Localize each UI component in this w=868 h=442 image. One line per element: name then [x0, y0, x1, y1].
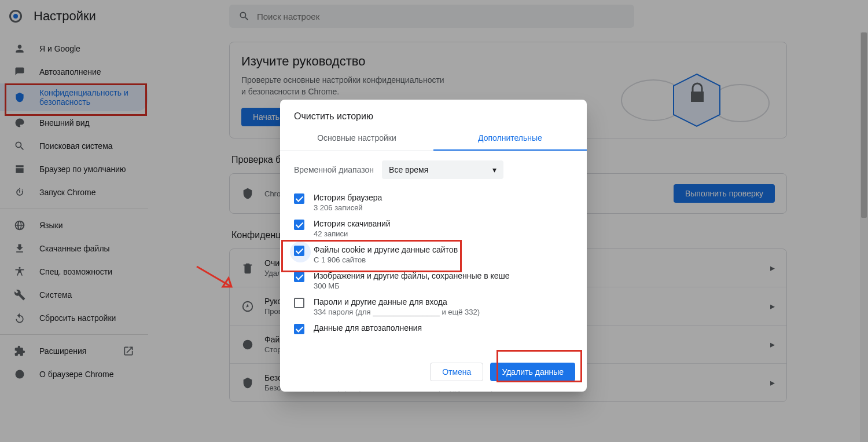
dialog-tabs: Основные настройки Дополнительные: [280, 126, 587, 151]
select-value: Все время: [389, 165, 428, 174]
option-title: Пароли и другие данные для входа: [314, 297, 480, 306]
checkbox[interactable]: [294, 246, 304, 256]
annotation-arrow: [194, 264, 246, 298]
checkbox[interactable]: [294, 324, 304, 334]
time-range-select[interactable]: Все время▾: [382, 160, 503, 179]
dialog-title: Очистить историю: [280, 100, 587, 126]
dialog-body: Временной диапазон Все время▾ История бр…: [280, 151, 587, 355]
option-cached-images[interactable]: Изображения и другие файлы, сохраненные …: [294, 268, 573, 294]
option-sub: 3 206 записей: [314, 203, 382, 212]
option-cookies[interactable]: Файлы cookie и другие данные сайтовС 1 9…: [294, 242, 573, 268]
option-sub: 42 записи: [314, 229, 391, 238]
option-passwords[interactable]: Пароли и другие данные для входа334 паро…: [294, 294, 573, 320]
option-title: Файлы cookie и другие данные сайтов: [314, 245, 458, 254]
option-title: Данные для автозаполнения: [314, 323, 422, 333]
checkbox[interactable]: [294, 193, 304, 204]
option-title: История скачиваний: [314, 219, 391, 228]
option-autofill[interactable]: Данные для автозаполнения: [294, 320, 573, 338]
delete-data-button[interactable]: Удалить данные: [490, 363, 575, 381]
clear-history-dialog: Очистить историю Основные настройки Допо…: [280, 100, 587, 392]
time-range-label: Временной диапазон: [294, 165, 374, 174]
option-sub: 300 МБ: [314, 282, 510, 290]
option-sub: 334 пароля (для ________________ и ещё 3…: [314, 308, 480, 316]
checkbox[interactable]: [294, 298, 304, 308]
tab-advanced[interactable]: Дополнительные: [433, 126, 587, 151]
option-title: История браузера: [314, 193, 382, 202]
svg-line-7: [197, 266, 231, 287]
cancel-button[interactable]: Отмена: [430, 363, 483, 381]
checkbox[interactable]: [294, 220, 304, 230]
option-download-history[interactable]: История скачиваний42 записи: [294, 215, 573, 242]
chevron-down-icon: ▾: [492, 165, 496, 174]
dialog-footer: Отмена Удалить данные: [280, 355, 587, 392]
option-sub: С 1 906 сайтов: [314, 255, 458, 264]
option-title: Изображения и другие файлы, сохраненные …: [314, 271, 510, 280]
checkbox[interactable]: [294, 272, 304, 282]
option-browser-history[interactable]: История браузера3 206 записей: [294, 189, 573, 215]
tab-basic[interactable]: Основные настройки: [280, 126, 433, 151]
